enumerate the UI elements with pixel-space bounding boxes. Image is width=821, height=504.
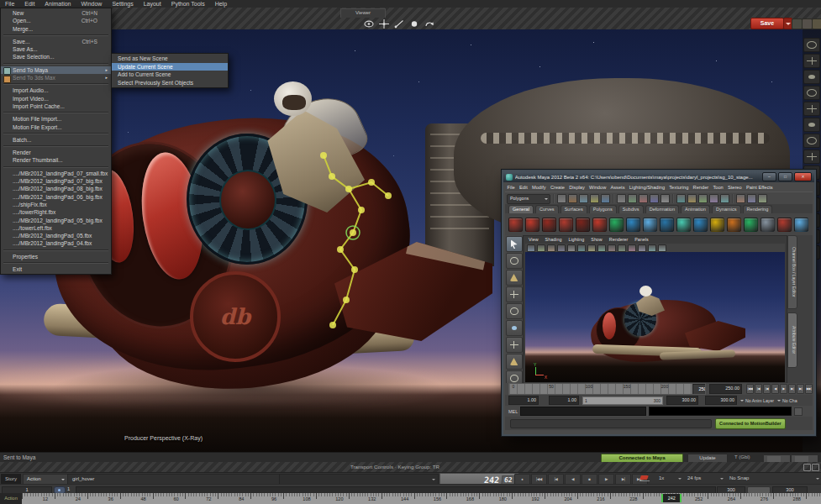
status-line-icon[interactable] (660, 194, 670, 203)
file-menu-item-batch[interactable]: Batch... (1, 136, 111, 144)
current-frame-marker[interactable]: 242 (661, 494, 682, 502)
file-menu-item-mbr2012-landingpad-07-big-fbx[interactable]: ..../MBr2012_landingPad_07_big.fbx (1, 177, 111, 185)
status-line-icon[interactable] (650, 194, 659, 203)
shelf-icon[interactable] (727, 218, 741, 232)
panel-toolbar-icon[interactable] (628, 244, 636, 252)
character-dropdown[interactable]: No Cha (782, 398, 797, 403)
submenu-item-add-to-current-scene[interactable]: Add to Current Scene (112, 71, 228, 79)
file-menu-item-mbr2012-landingpad-08-big-fbx[interactable]: ..../MBr2012_landingPad_08_big.fbx (1, 185, 111, 192)
close-button[interactable]: ✕ (794, 172, 812, 181)
file-menu-item-mbr2012-landingpad-04-fbx[interactable]: ..../MBr2012_landingPad_04.fbx (1, 239, 111, 247)
status-line-icon[interactable] (617, 194, 626, 203)
step-forward-frame-button[interactable]: ▶| (788, 384, 796, 394)
status-line-icon[interactable] (747, 194, 756, 203)
mel-input[interactable] (520, 407, 646, 416)
shelf-icon[interactable] (576, 218, 590, 232)
file-menu-item-shipfix-fbx[interactable]: ..../shipFix.fbx (1, 201, 111, 208)
shelf-icon[interactable] (609, 218, 624, 232)
shelf-icon[interactable] (760, 218, 775, 232)
status-line-icon[interactable] (601, 194, 610, 203)
range-slider-bar[interactable]: 1 300 (583, 397, 662, 404)
lasso-tool[interactable] (506, 253, 523, 269)
maya-menu-assets[interactable]: Assets (608, 185, 627, 190)
menubar-item-settings[interactable]: Settings (107, 0, 138, 8)
panel-toolbar-icon[interactable] (648, 244, 656, 252)
step-back-frame-button[interactable]: |◀ (763, 384, 771, 394)
file-menu-item-mbr2012-landingpad-07-small-fbx[interactable]: ..../MBr2012_landingPad_07_small.fbx (1, 170, 111, 177)
shelf-icon[interactable] (794, 218, 808, 232)
shelf-tab-animation[interactable]: Animation (681, 205, 710, 213)
panel-menu-panels[interactable]: Panels (631, 237, 651, 242)
viewer-3d-viewport[interactable]: db Producer Perspective (X-Ray) Autod (0, 29, 821, 452)
shelf-icon[interactable] (710, 218, 724, 232)
status-line-icon[interactable] (709, 194, 718, 203)
shelf-tab-curves[interactable]: Curves (535, 205, 559, 213)
status-line-icon[interactable] (579, 194, 588, 203)
panel-toolbar-icon[interactable] (587, 244, 596, 252)
shelf-tab-general[interactable]: General (508, 205, 534, 213)
panel-toolbar-icon[interactable] (537, 244, 545, 252)
menubar-item-help[interactable]: Help (210, 0, 232, 8)
shelf-tab-subdivs[interactable]: Subdivs (618, 205, 644, 213)
character-caret[interactable] (777, 400, 781, 403)
shelf-tab-dynamics[interactable]: Dynamics (712, 205, 741, 213)
scale-icon[interactable] (803, 86, 820, 100)
panel-toolbar-icon[interactable] (658, 244, 666, 252)
shelf-tab-deformation[interactable]: Deformation (645, 205, 679, 213)
shelf-tab-polygons[interactable]: Polygons (589, 205, 617, 213)
file-menu-item-merge[interactable]: Merge... (1, 25, 111, 33)
file-menu-item-save[interactable]: Save...Ctrl+S (1, 38, 111, 45)
submenu-item-update-current-scene[interactable]: Update Current Scene (112, 63, 228, 71)
file-menu-item-new[interactable]: NewCtrl+N (1, 9, 111, 17)
scale-tool[interactable] (506, 320, 523, 336)
go-to-end-button[interactable]: ▶▶| (805, 384, 813, 394)
paint-select-tool[interactable] (506, 270, 523, 286)
shelf-icon[interactable] (508, 218, 523, 232)
maya-menu-edit[interactable]: Edit (517, 185, 529, 190)
translate-icon[interactable] (803, 54, 820, 68)
file-menu-item-save-selection[interactable]: Save Selection... (1, 53, 111, 60)
panel-toolbar-icon[interactable] (577, 244, 586, 252)
shelf-icon[interactable] (777, 218, 792, 232)
revert-view-icon[interactable] (424, 18, 434, 29)
panel-toolbar-icon[interactable] (608, 244, 616, 252)
snap-dropdown[interactable]: No Snap (726, 474, 821, 484)
submenu-item-send-as-new-scene[interactable]: Send as New Scene (112, 55, 228, 63)
maya-menu-texturing[interactable]: Texturing (667, 185, 691, 190)
file-menu-item-save-as[interactable]: Save As... (1, 45, 111, 53)
maya-titlebar[interactable]: Autodesk Maya 2012 Beta 2 x64: C:\Users\… (503, 171, 814, 182)
anim-layer-caret[interactable] (740, 400, 744, 403)
menubar-item-python-tools[interactable]: Python Tools (166, 0, 210, 8)
anim-start-field[interactable]: 1.00 (508, 396, 539, 405)
rotate-icon[interactable] (803, 70, 820, 84)
playback-end-field[interactable]: 300.00 (666, 396, 698, 405)
move-tool[interactable] (506, 286, 523, 302)
action-track-label[interactable]: Action (0, 493, 22, 504)
file-menu-item-towerleft-fbx[interactable]: ..../towerLeft.fbx (1, 224, 111, 232)
play-reverse-button[interactable]: ◀ (771, 384, 779, 394)
save-button[interactable]: Save (750, 18, 784, 29)
maximize-button[interactable]: □ (778, 172, 792, 181)
menubar-item-edit[interactable]: Edit (19, 0, 39, 8)
playback-start-field[interactable]: 1.00 (549, 396, 579, 405)
file-menu-item-render[interactable]: Render (1, 149, 111, 156)
pen-icon[interactable] (812, 18, 821, 29)
marker-icon[interactable] (803, 102, 820, 116)
close-dock-icon[interactable] (812, 464, 819, 471)
shelf-icon[interactable] (559, 218, 573, 232)
select-tool[interactable] (506, 236, 523, 252)
dolly-icon[interactable] (408, 18, 419, 29)
select-icon[interactable] (803, 38, 820, 52)
file-menu-item-import-point-cache[interactable]: Import Point Cache... (1, 102, 111, 110)
file-menu-item-towerright-fbx[interactable]: ..../towerRight.fbx (1, 208, 111, 216)
status-line-icon[interactable] (736, 194, 745, 203)
playback-speed-dropdown[interactable]: 1x (655, 474, 684, 484)
file-menu-item-mbr2012-landingpad-05-big-fbx[interactable]: ..../MBr2012_landingPad_05_big.fbx (1, 217, 111, 224)
shelf-icon[interactable] (744, 218, 758, 232)
file-menu-item-open[interactable]: Open...Ctrl+O (1, 17, 111, 24)
cube-icon[interactable] (803, 118, 820, 132)
panel-menu-renderer[interactable]: Renderer (606, 237, 631, 242)
range-slider[interactable]: 1 300 (582, 396, 664, 406)
maya-menu-display[interactable]: Display (567, 185, 587, 190)
anim-layer-dropdown[interactable]: No Anim Layer (745, 398, 774, 403)
